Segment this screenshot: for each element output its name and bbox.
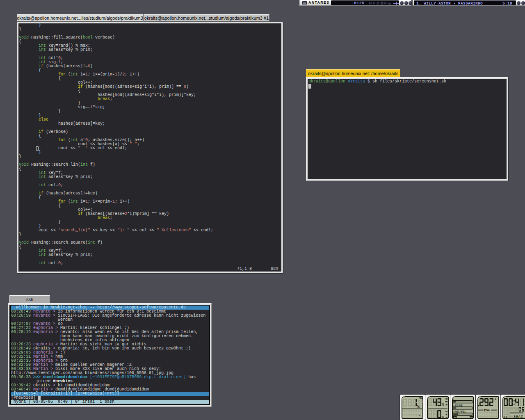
svg-text:%: % — [442, 403, 444, 407]
svg-text:E: E — [444, 401, 447, 402]
svg-text:3MAI: 3MAI — [514, 415, 523, 419]
svg-text:CPU: CPU — [419, 397, 423, 400]
svg-text:M: M — [444, 404, 447, 405]
svg-text:ALRM: ALRM — [509, 409, 515, 411]
svg-text:/: / — [453, 397, 454, 401]
svg-text:AM: AM — [504, 409, 507, 411]
svg-text:K: K — [495, 398, 496, 401]
svg-text:PM: PM — [504, 412, 507, 415]
svg-text:%: % — [442, 415, 444, 420]
svg-text:S: S — [444, 411, 447, 412]
svg-text:W: W — [444, 413, 447, 415]
svg-text:M: M — [444, 398, 447, 399]
svg-text:G: G — [495, 404, 496, 407]
svg-text:DI: DI — [504, 415, 508, 419]
svg-text:P: P — [444, 416, 447, 418]
svg-text:0: 0 — [511, 415, 513, 419]
svg-text:M: M — [495, 401, 496, 404]
svg-text:ETH0: ETH0 — [484, 409, 490, 412]
